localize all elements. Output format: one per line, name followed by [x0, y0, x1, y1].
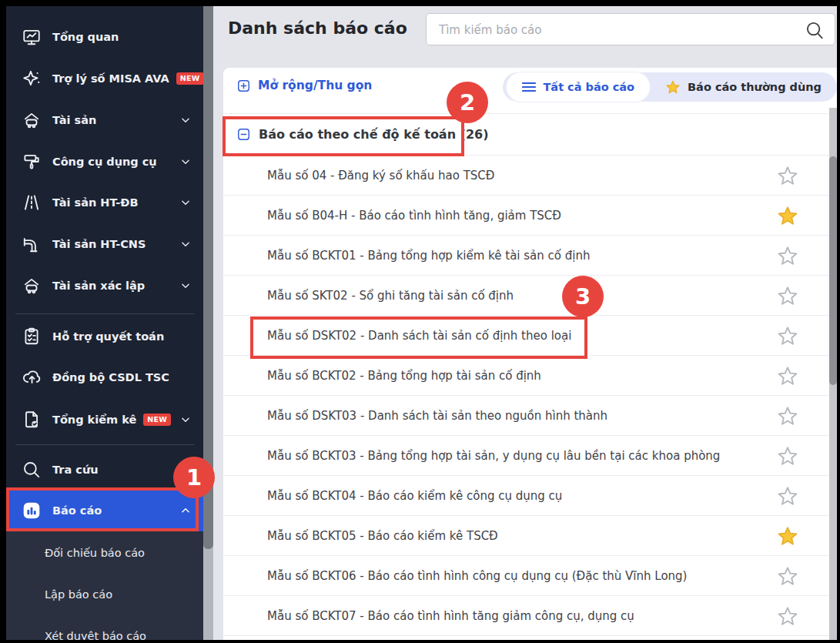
star-icon[interactable]	[777, 565, 798, 587]
sidebar-subitem-lap-bao-cao[interactable]: Lập báo cáo	[6, 574, 203, 615]
sidebar-item-misa-ava[interactable]: Trợ lý số MISA AVA NEW	[6, 58, 203, 99]
main-scrollbar[interactable]	[829, 108, 837, 640]
sidebar-item-cong-cu-dung-cu[interactable]: Công cụ dụng cụ	[6, 141, 203, 183]
chevron-down-icon	[180, 197, 191, 208]
bar-chart-icon	[22, 501, 42, 521]
tab-label: Báo cáo thường dùng	[688, 81, 822, 93]
report-row[interactable]: Mẫu số BCKT05 - Báo cáo kiểm kê TSCĐ	[223, 516, 837, 556]
sidebar-item-tra-cuu[interactable]: Tra cứu	[6, 449, 203, 491]
report-group-header[interactable]: Báo cáo theo chế độ kế toán (26)	[223, 114, 837, 156]
sidebar-item-tai-san-ht-db[interactable]: Tài sản HT-ĐB	[6, 182, 203, 223]
report-label: Mẫu số BCKT07 - Báo cáo tình hình tăng g…	[267, 609, 634, 623]
search-icon	[804, 19, 825, 44]
report-label: Mẫu số DSKT03 - Danh sách tài sản theo n…	[267, 409, 607, 423]
report-label: Mẫu số SKT02 - Sổ ghi tăng tài sản cố đị…	[267, 289, 514, 303]
report-row[interactable]: Mẫu số BCKT07 - Báo cáo tình hình tăng g…	[223, 596, 837, 636]
star-icon[interactable]	[777, 285, 798, 306]
sidebar-item-ho-tro-quyet-toan[interactable]: Hỗ trợ quyết toán	[6, 316, 203, 357]
sidebar-item-label: Tài sản HT-CNS	[52, 238, 146, 250]
sidebar-subitem-xet-duyet-bao-cao[interactable]: Xét duyệt báo cáo	[6, 615, 203, 640]
star-icon[interactable]	[777, 325, 798, 347]
report-row[interactable]: Mẫu số 04 - Đăng ký số khấu hao TSCĐ	[223, 156, 837, 196]
sidebar-item-tai-san-xac-lap[interactable]: Tài sản xác lập	[6, 265, 203, 306]
report-label: Mẫu số BCKT03 - Bảng tổng hợp tài sản, y…	[267, 449, 720, 463]
report-row[interactable]: Mẫu số BCKT03 - Bảng tổng hợp tài sản, y…	[223, 436, 837, 476]
sidebar-submenu: Đối chiếu báo cáo Lập báo cáo Xét duyệt …	[6, 531, 203, 640]
report-label: Mẫu số DSKT02 - Danh sách tài sản cố địn…	[267, 329, 571, 343]
report-label: Mẫu số BCKT02 - Bảng tổng hợp tài sản cố…	[267, 369, 541, 383]
star-icon[interactable]	[777, 445, 798, 467]
sidebar-item-tai-san[interactable]: Tài sản	[6, 99, 203, 141]
sidebar-item-label: Hỗ trợ quyết toán	[52, 330, 164, 343]
asset-car-icon	[22, 276, 42, 296]
star-icon[interactable]	[777, 405, 798, 427]
sidebar-scrollbar[interactable]	[203, 6, 213, 640]
list-lines-icon	[522, 82, 536, 92]
cloud-sync-icon	[22, 367, 42, 387]
new-badge: NEW	[143, 414, 171, 425]
sidebar-divider	[15, 313, 194, 314]
sidebar-item-label: Tài sản	[52, 114, 96, 126]
paint-roller-icon	[22, 152, 42, 172]
tab-favorite-reports[interactable]: Báo cáo thường dùng	[650, 72, 837, 102]
report-row[interactable]: Mẫu số BCKT04 - Báo cáo kiểm kê công cụ …	[223, 476, 837, 516]
star-icon[interactable]	[777, 365, 798, 387]
report-toolbar: Mở rộng/Thu gọn Tất cả báo cáo Báo cáo t…	[223, 68, 837, 114]
report-label: Mẫu số BCKT04 - Báo cáo kiểm kê công cụ …	[267, 489, 562, 503]
main-scrollbar-thumb[interactable]	[829, 156, 837, 385]
expand-collapse-link[interactable]: Mở rộng/Thu gọn	[237, 79, 372, 92]
star-icon[interactable]	[777, 605, 798, 627]
sidebar-item-label: Trợ lý số MISA AVA	[52, 72, 169, 85]
report-row[interactable]: Mẫu số BCKT01 - Bảng tổng hợp kiểm kê tà…	[223, 236, 837, 276]
sidebar-item-dong-bo-csdl[interactable]: Đồng bộ CSDL TSC	[6, 357, 203, 398]
sidebar-item-tong-quan[interactable]: Tổng quan	[6, 16, 203, 58]
report-label: Mẫu số 04 - Đăng ký số khấu hao TSCĐ	[267, 169, 494, 183]
chevron-down-icon	[180, 239, 191, 249]
search-input[interactable]	[437, 14, 802, 46]
overview-icon	[22, 27, 42, 47]
road-icon	[22, 193, 42, 213]
sidebar-item-label: Tổng kiểm kê	[52, 414, 136, 426]
report-panel: Mở rộng/Thu gọn Tất cả báo cáo Báo cáo t…	[223, 68, 837, 640]
star-icon[interactable]	[777, 205, 798, 226]
tab-all-reports[interactable]: Tất cả báo cáo	[507, 72, 650, 102]
doc-check-icon	[22, 410, 42, 430]
sidebar: Tổng quan Trợ lý số MISA AVA NEW Tài sản…	[6, 6, 203, 640]
report-row[interactable]: Mẫu số BCKT02 - Bảng tổng hợp tài sản cố…	[223, 356, 837, 396]
sidebar-item-label: Đồng bộ CSDL TSC	[52, 371, 169, 383]
star-icon[interactable]	[777, 485, 798, 507]
sidebar-item-label: Báo cáo	[52, 504, 102, 517]
chevron-down-icon	[180, 414, 191, 425]
sidebar-subitem-label: Lập báo cáo	[45, 588, 112, 601]
star-icon[interactable]	[777, 245, 798, 266]
report-row[interactable]: Mẫu số BCKT06 - Báo cáo tình hình công c…	[223, 556, 837, 596]
sidebar-item-label: Tổng quan	[52, 31, 119, 43]
report-filter-tabs: Tất cả báo cáo Báo cáo thường dùng	[503, 72, 837, 102]
report-row[interactable]: Mẫu số DSKT03 - Danh sách tài sản theo n…	[223, 396, 837, 436]
report-row[interactable]: Mẫu số B04-H - Báo cáo tình hình tăng, g…	[223, 196, 837, 236]
star-icon	[665, 79, 681, 95]
sidebar-item-tai-san-ht-cns[interactable]: Tài sản HT-CNS	[6, 223, 203, 265]
sidebar-subitem-doi-chieu-bao-cao[interactable]: Đối chiếu báo cáo	[6, 532, 203, 574]
chevron-down-icon	[180, 280, 191, 291]
minus-square-icon	[237, 128, 250, 141]
sidebar-divider	[15, 444, 194, 445]
plus-square-icon	[237, 79, 250, 92]
clipboard-check-icon	[22, 327, 42, 347]
sidebar-item-bao-cao[interactable]: Báo cáo	[6, 490, 203, 531]
report-row[interactable]: Mẫu số DSKT02 - Danh sách tài sản cố địn…	[223, 316, 837, 356]
star-icon[interactable]	[777, 165, 798, 186]
sidebar-scrollbar-thumb[interactable]	[203, 6, 213, 549]
sidebar-item-label: Công cụ dụng cụ	[52, 156, 157, 168]
sidebar-item-tong-kiem-ke[interactable]: Tổng kiểm kê NEW	[6, 399, 203, 440]
new-badge: NEW	[176, 72, 204, 84]
star-icon[interactable]	[777, 525, 798, 547]
expand-collapse-label: Mở rộng/Thu gọn	[258, 79, 372, 92]
search-box	[426, 13, 835, 45]
sparkle-icon	[22, 69, 42, 89]
report-label: Mẫu số BCKT05 - Báo cáo kiểm kê TSCĐ	[267, 529, 498, 543]
chevron-up-icon	[180, 505, 191, 516]
report-row[interactable]: Mẫu số SKT02 - Sổ ghi tăng tài sản cố đị…	[223, 276, 837, 316]
asset-car-icon	[22, 110, 42, 130]
report-label: Mẫu số B04-H - Báo cáo tình hình tăng, g…	[267, 209, 561, 223]
